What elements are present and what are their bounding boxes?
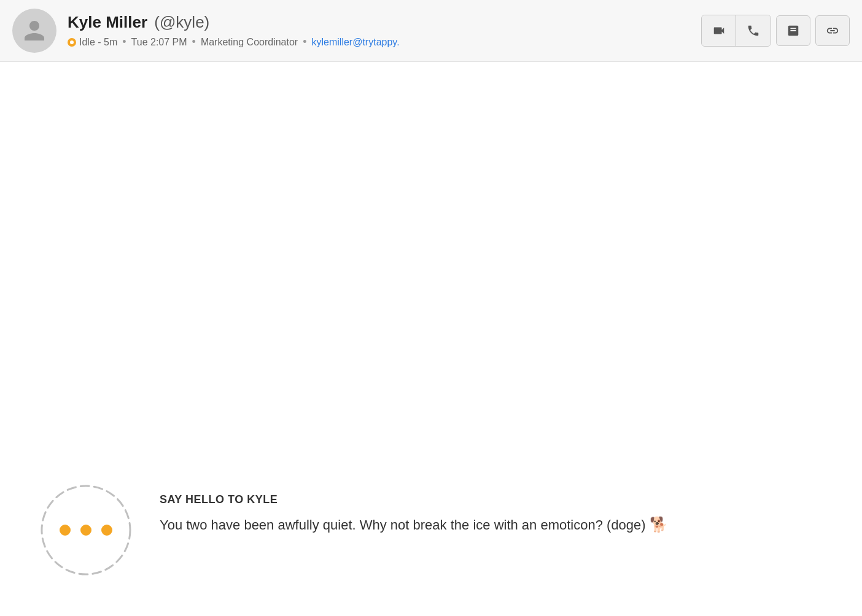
idle-status: Idle - 5m [68,37,117,48]
timestamp-text: Tue 2:07 PM [131,37,187,48]
link-button[interactable] [815,15,850,46]
notes-button[interactable] [776,15,810,46]
user-info: Kyle Miller (@kyle) Idle - 5m • Tue 2:07… [68,13,701,48]
idle-icon [68,38,76,47]
separator-2: • [192,36,196,48]
avatar [12,9,56,53]
video-call-button[interactable] [702,15,736,46]
doge-emoji: 🐕 [650,516,668,533]
video-icon [712,24,726,37]
hello-message-text: You two have been awfully quiet. Why not… [160,517,646,533]
user-meta: Idle - 5m • Tue 2:07 PM • Marketing Coor… [68,36,701,48]
link-icon [826,24,839,37]
hello-title: SAY HELLO TO KYLE [160,493,825,506]
chat-window: Kyle Miller (@kyle) Idle - 5m • Tue 2:07… [0,0,862,616]
header-actions [701,15,850,47]
email-link[interactable]: kylemiller@trytappy. [312,37,400,48]
phone-icon [747,24,760,37]
idle-text: Idle - 5m [79,37,117,48]
svg-point-2 [80,525,91,536]
av-button-group [701,15,771,47]
chat-header: Kyle Miller (@kyle) Idle - 5m • Tue 2:07… [0,0,862,62]
dashed-avatar-illustration [37,481,135,579]
svg-point-3 [101,525,112,536]
chat-area: SAY HELLO TO KYLE You two have been awfu… [0,62,862,616]
hello-message: You two have been awfully quiet. Why not… [160,514,825,536]
hello-content: SAY HELLO TO KYLE You two have been awfu… [160,481,825,536]
user-name-display: Kyle Miller (@kyle) [68,13,701,32]
user-handle: (@kyle) [154,13,209,31]
phone-call-button[interactable] [736,15,771,46]
svg-point-1 [60,525,71,536]
separator-1: • [122,36,126,48]
say-hello-card: SAY HELLO TO KYLE You two have been awfu… [37,481,825,579]
separator-3: • [303,36,306,48]
job-title-text: Marketing Coordinator [201,37,298,48]
notes-icon [786,24,800,37]
user-name-text: Kyle Miller [68,13,147,31]
